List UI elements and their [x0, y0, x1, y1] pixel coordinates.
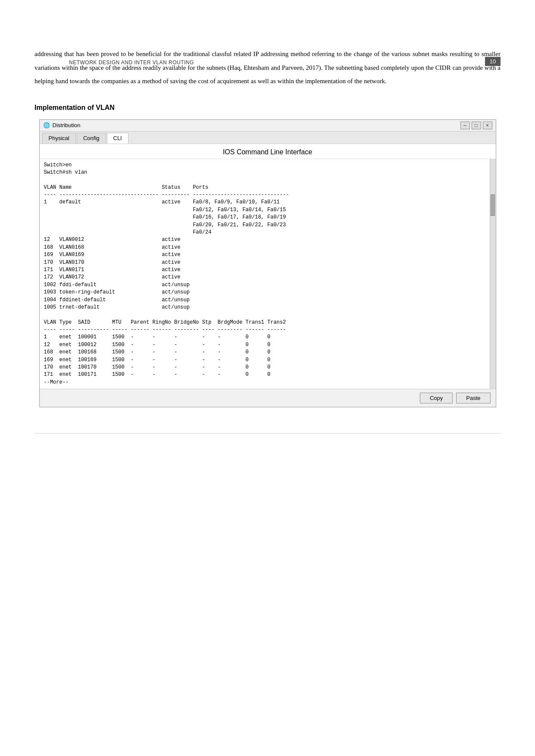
- tab-cli[interactable]: CLI: [107, 133, 128, 144]
- section-heading: Implementation of VLAN: [34, 104, 501, 112]
- window-icon: 🌐: [43, 122, 50, 129]
- close-button[interactable]: ×: [483, 122, 492, 129]
- window-title: Distribution: [53, 122, 458, 128]
- paste-button[interactable]: Paste: [456, 393, 490, 403]
- scroll-area: Switch>en Switch#sh vlan VLAN Name Statu…: [40, 159, 496, 389]
- minimize-button[interactable]: –: [460, 122, 470, 129]
- tab-config[interactable]: Config: [77, 133, 106, 144]
- terminal-content: Switch>en Switch#sh vlan VLAN Name Statu…: [40, 159, 490, 389]
- packet-tracer-window: 🌐 Distribution – □ × Physical Config CLI…: [39, 119, 496, 408]
- window-controls: – □ ×: [460, 122, 492, 129]
- terminal[interactable]: Switch>en Switch#sh vlan VLAN Name Statu…: [40, 159, 490, 389]
- page-header: NETWORK DESIGN AND INTER VLAN ROUTING: [69, 59, 194, 66]
- page-number: 10: [485, 57, 501, 66]
- body-paragraph: addressing that has been proved to be be…: [34, 47, 501, 88]
- maximize-button[interactable]: □: [472, 122, 481, 129]
- page-divider: [34, 433, 501, 434]
- bottom-bar: Copy Paste: [40, 389, 496, 407]
- tab-bar: Physical Config CLI: [40, 131, 496, 144]
- scrollbar[interactable]: [490, 159, 496, 389]
- cli-title: IOS Command Line Interface: [40, 144, 496, 159]
- scrollbar-thumb[interactable]: [491, 194, 495, 216]
- tab-physical[interactable]: Physical: [42, 133, 76, 144]
- titlebar: 🌐 Distribution – □ ×: [40, 120, 496, 131]
- copy-button[interactable]: Copy: [420, 393, 453, 403]
- cli-area: IOS Command Line Interface Switch>en Swi…: [40, 144, 496, 407]
- terminal-text: Switch>en Switch#sh vlan VLAN Name Statu…: [44, 162, 485, 387]
